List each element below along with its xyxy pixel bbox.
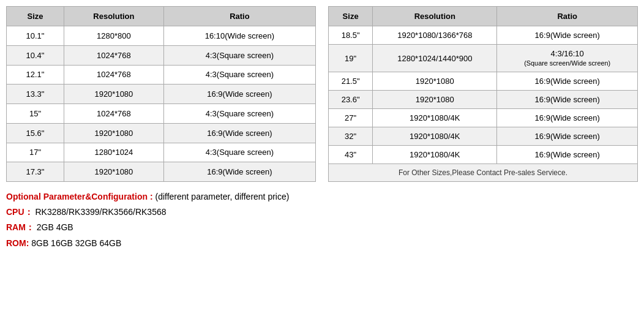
left-cell-size: 15" xyxy=(7,104,64,124)
info-title-line: Optional Parameter&Configuration : (diff… xyxy=(6,189,638,205)
table-row: 15.6"1920*108016:9(Wide screen) xyxy=(7,123,316,143)
left-cell-resolution: 1920*1080 xyxy=(64,123,164,143)
left-cell-size: 10.1" xyxy=(7,26,64,46)
left-cell-size: 10.4" xyxy=(7,45,64,65)
right-table: Size Resolution Ratio 18.5"1920*1080/136… xyxy=(328,6,638,182)
ram-line: RAM： 2GB 4GB xyxy=(6,220,638,235)
table-row: 10.1"1280*80016:10(Wide screen) xyxy=(7,26,316,46)
table-row: 12.1"1024*7684:3(Square screen) xyxy=(7,65,316,85)
right-cell-size: 27" xyxy=(329,109,373,127)
right-cell-size: 21.5" xyxy=(329,72,373,91)
table-row: 32"1920*1080/4K16:9(Wide screen) xyxy=(329,127,638,146)
left-cell-ratio: 4:3(Square screen) xyxy=(163,45,315,65)
right-cell-ratio: 16:9(Wide screen) xyxy=(497,127,638,146)
left-cell-resolution: 1024*768 xyxy=(64,65,164,85)
table-row: 43"1920*1080/4K16:9(Wide screen) xyxy=(329,146,638,164)
left-cell-resolution: 1024*768 xyxy=(64,104,164,124)
left-cell-size: 17" xyxy=(7,143,64,162)
main-container: Size Resolution Ratio 10.1"1280*80016:10… xyxy=(6,6,638,251)
left-cell-ratio: 16:9(Wide screen) xyxy=(163,162,315,182)
right-cell-resolution: 1920*1080/1366*768 xyxy=(373,26,497,45)
left-col-size: Size xyxy=(7,7,64,26)
left-cell-size: 17.3" xyxy=(7,162,64,182)
left-cell-size: 15.6" xyxy=(7,123,64,143)
left-cell-resolution: 1024*768 xyxy=(64,45,164,65)
info-title: Optional Parameter&Configuration : xyxy=(6,192,153,201)
ram-label: RAM： xyxy=(6,222,34,232)
info-subtitle: (different parameter, different price) xyxy=(155,192,289,201)
rom-value: 8GB 16GB 32GB 64GB xyxy=(31,238,121,248)
right-cell-ratio: 16:9(Wide screen) xyxy=(497,72,638,91)
right-cell-ratio: 16:9(Wide screen) xyxy=(497,26,638,45)
right-cell-ratio: 4:3/16:10(Square screen/Wide screen) xyxy=(497,45,638,72)
table-row: 19"1280*1024/1440*9004:3/16:10(Square sc… xyxy=(329,45,638,72)
table-row: 13.3"1920*108016:9(Wide screen) xyxy=(7,85,316,104)
right-cell-ratio: 16:9(Wide screen) xyxy=(497,109,638,127)
left-cell-ratio: 4:3(Square screen) xyxy=(163,65,315,85)
footer-text: For Other Sizes,Please Contact Pre-sales… xyxy=(329,164,638,182)
right-cell-resolution: 1920*1080/4K xyxy=(373,109,497,127)
footer-row: For Other Sizes,Please Contact Pre-sales… xyxy=(329,164,638,182)
left-cell-ratio: 16:10(Wide screen) xyxy=(163,26,315,46)
left-cell-resolution: 1280*1024 xyxy=(64,143,164,162)
table-row: 23.6"1920*108016:9(Wide screen) xyxy=(329,91,638,109)
right-cell-size: 19" xyxy=(329,45,373,72)
right-cell-size: 18.5" xyxy=(329,26,373,45)
table-row: 15"1024*7684:3(Square screen) xyxy=(7,104,316,124)
right-cell-size: 32" xyxy=(329,127,373,146)
table-row: 21.5"1920*108016:9(Wide screen) xyxy=(329,72,638,91)
right-cell-ratio: 16:9(Wide screen) xyxy=(497,91,638,109)
rom-line: ROM: 8GB 16GB 32GB 64GB xyxy=(6,236,638,251)
right-cell-ratio: 16:9(Wide screen) xyxy=(497,146,638,164)
right-col-size: Size xyxy=(329,7,373,26)
table-row: 17.3"1920*108016:9(Wide screen) xyxy=(7,162,316,182)
cpu-label: CPU： xyxy=(6,207,33,217)
cpu-line: CPU： RK3288/RK3399/RK3566/RK3568 xyxy=(6,205,638,220)
tables-row: Size Resolution Ratio 10.1"1280*80016:10… xyxy=(6,6,638,182)
right-cell-resolution: 1280*1024/1440*900 xyxy=(373,45,497,72)
table-row: 10.4"1024*7684:3(Square screen) xyxy=(7,45,316,65)
right-col-ratio: Ratio xyxy=(497,7,638,26)
left-cell-ratio: 4:3(Square screen) xyxy=(163,104,315,124)
ram-value: 2GB 4GB xyxy=(37,222,73,232)
right-cell-resolution: 1920*1080/4K xyxy=(373,146,497,164)
table-row: 27"1920*1080/4K16:9(Wide screen) xyxy=(329,109,638,127)
right-cell-resolution: 1920*1080 xyxy=(373,72,497,91)
left-cell-resolution: 1920*1080 xyxy=(64,162,164,182)
right-cell-size: 43" xyxy=(329,146,373,164)
right-cell-size: 23.6" xyxy=(329,91,373,109)
left-col-ratio: Ratio xyxy=(163,7,315,26)
left-table: Size Resolution Ratio 10.1"1280*80016:10… xyxy=(6,6,316,182)
cpu-value: RK3288/RK3399/RK3566/RK3568 xyxy=(35,207,166,217)
right-col-resolution: Resolution xyxy=(373,7,497,26)
left-cell-ratio: 16:9(Wide screen) xyxy=(163,123,315,143)
left-cell-size: 13.3" xyxy=(7,85,64,104)
info-section: Optional Parameter&Configuration : (diff… xyxy=(6,189,638,251)
left-cell-resolution: 1920*1080 xyxy=(64,85,164,104)
left-cell-ratio: 4:3(Square screen) xyxy=(163,143,315,162)
left-cell-size: 12.1" xyxy=(7,65,64,85)
left-cell-resolution: 1280*800 xyxy=(64,26,164,46)
left-col-resolution: Resolution xyxy=(64,7,164,26)
table-row: 18.5"1920*1080/1366*76816:9(Wide screen) xyxy=(329,26,638,45)
rom-label: ROM: xyxy=(6,238,29,248)
right-cell-resolution: 1920*1080 xyxy=(373,91,497,109)
left-cell-ratio: 16:9(Wide screen) xyxy=(163,85,315,104)
right-cell-resolution: 1920*1080/4K xyxy=(373,127,497,146)
table-row: 17"1280*10244:3(Square screen) xyxy=(7,143,316,162)
